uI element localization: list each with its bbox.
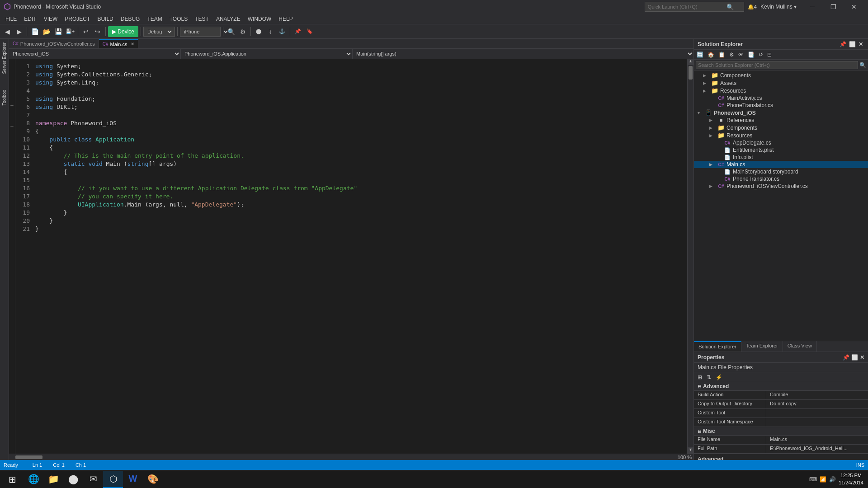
tray-keyboard-icon[interactable]: ⌨ [809, 476, 817, 483]
se-props-button[interactable]: ⚙ [727, 51, 736, 59]
toolbar-undo[interactable]: ↩ [80, 26, 91, 37]
toolbar-back[interactable]: ◀ [2, 26, 13, 37]
toolbar-open[interactable]: 📂 [41, 26, 52, 37]
scroll-down[interactable]: ▼ [688, 447, 693, 454]
menu-window[interactable]: WINDOW [244, 15, 275, 23]
taskbar-explorer[interactable]: 📁 [43, 471, 63, 488]
tab-team-explorer[interactable]: Team Explorer [741, 341, 783, 352]
toolbox-tab[interactable]: Toolbox [1, 86, 8, 109]
menu-view[interactable]: VIEW [40, 15, 61, 23]
toolbar-attach[interactable]: ⚓ [277, 26, 288, 37]
code-content[interactable]: using System; using System.Collections.G… [32, 59, 687, 454]
quick-launch-input[interactable] [645, 4, 726, 9]
minimize-button[interactable]: ─ [802, 0, 823, 14]
restore-button[interactable]: ❐ [823, 0, 844, 14]
taskbar-vs[interactable]: ⬡ [103, 471, 123, 488]
toolbar-misc2[interactable]: 🔖 [304, 26, 315, 37]
menu-test[interactable]: TEST [191, 15, 212, 23]
se-search-input[interactable] [696, 61, 858, 69]
taskbar-outlook[interactable]: ✉ [83, 471, 103, 488]
tree-item-phonetranslator-ios[interactable]: C# PhoneTranslator.cs [694, 175, 868, 183]
collapse-2[interactable]: ─ [10, 124, 13, 128]
method-dropdown[interactable]: Main(string[] args) [353, 49, 693, 59]
toolbar-saveall[interactable]: 💾+ [65, 26, 75, 37]
user-name[interactable]: Kevin Mullins ▾ [760, 4, 797, 10]
taskbar-ie[interactable]: 🌐 [24, 471, 43, 488]
play-button[interactable]: ▶ Device [108, 26, 138, 37]
tab-class-view[interactable]: Class View [783, 341, 817, 352]
props-float[interactable]: ⬜ [851, 354, 858, 361]
toolbar-forward[interactable]: ▶ [14, 26, 24, 37]
tab-solution-explorer[interactable]: Solution Explorer [694, 341, 741, 352]
se-show-all-button[interactable]: 📑 [746, 51, 756, 59]
section-advanced[interactable]: ⊟ Advanced [694, 382, 868, 391]
namespace-dropdown[interactable]: Phoneword_iOS [9, 49, 181, 59]
tree-item-resources-ios[interactable]: ▶ 📁 Resources [694, 131, 868, 139]
clock[interactable]: 12:25 PM 11/24/2014 [839, 472, 863, 486]
code-editor[interactable]: ─ ─ 123456789101112131415161718192021 us… [9, 59, 693, 454]
menu-tools[interactable]: TOOLS [166, 15, 191, 23]
tree-item-mainstoryboard[interactable]: 📄 MainStoryboard.storyboard [694, 168, 868, 175]
tree-item-mainactivity[interactable]: C# MainActivity.cs [694, 94, 868, 102]
se-refresh-button[interactable]: ↺ [757, 51, 765, 59]
server-explorer-tab[interactable]: Server Explorer [1, 39, 8, 77]
toolbar-step-over[interactable]: ⤵ [265, 26, 276, 37]
taskbar-chrome[interactable]: ⬤ [63, 471, 83, 488]
tree-item-phonetranslator-top[interactable]: C# PhoneTranslator.cs [694, 102, 868, 109]
se-view-button[interactable]: 👁 [736, 51, 745, 59]
tray-speaker-icon[interactable]: 🔊 [829, 476, 836, 483]
se-pin-button[interactable]: 📌 [838, 41, 848, 47]
platform-select[interactable]: iPhone iPhone Simulator [182, 28, 229, 35]
scroll-up[interactable]: ▲ [688, 59, 693, 65]
se-new-solution-button[interactable]: 📋 [717, 51, 727, 59]
toolbar-save[interactable]: 💾 [53, 26, 64, 37]
tree-item-resources-top[interactable]: ▶ 📁 Resources [694, 87, 868, 94]
menu-edit[interactable]: EDIT [20, 15, 40, 23]
notification-badge[interactable]: 🔔4 [748, 4, 757, 10]
collapse-1[interactable]: ─ [10, 103, 13, 108]
toolbar-breakpoint[interactable]: ⬤ [253, 26, 264, 37]
tree-item-main-cs[interactable]: ▶ C# Main.cs [694, 161, 868, 168]
tree-item-assets[interactable]: ▶ 📁 Assets [694, 79, 868, 87]
se-sync-button[interactable]: 🔄 [695, 51, 705, 59]
props-close[interactable]: ✕ [860, 354, 864, 361]
toolbar-new[interactable]: 📄 [29, 26, 40, 37]
config-dropdown[interactable]: Debug Release [143, 27, 175, 37]
class-dropdown[interactable]: Phoneword_iOS.Application [181, 49, 353, 59]
start-button[interactable]: ⊞ [1, 470, 24, 488]
config-select[interactable]: Debug Release [146, 28, 173, 35]
menu-team[interactable]: TEAM [143, 15, 165, 23]
menu-file[interactable]: FILE [2, 15, 20, 23]
toolbar-more[interactable]: ⚙ [237, 26, 248, 37]
tree-item-phoneword-ios[interactable]: ▼ 📱 Phoneword_iOS [694, 109, 868, 117]
se-float-button[interactable]: ⬜ [848, 41, 857, 47]
tab-active-main[interactable]: C# Main.cs ✕ [99, 39, 139, 49]
hscroll-thumb[interactable] [15, 455, 42, 459]
zoom-control[interactable]: 100 % [678, 455, 692, 460]
tray-network-icon[interactable]: 📶 [820, 476, 826, 483]
props-events[interactable]: ⚡ [714, 373, 724, 381]
se-home-button[interactable]: 🏠 [706, 51, 716, 59]
se-close-button[interactable]: ✕ [857, 41, 864, 47]
section-misc[interactable]: ⊟ Misc [694, 427, 868, 436]
tree-item-references[interactable]: ▶ ■ References [694, 117, 868, 124]
editor-hscroll[interactable]: 100 % [9, 454, 693, 460]
tree-item-components-ios[interactable]: ▶ 📁 Components [694, 124, 868, 131]
taskbar-paint[interactable]: 🎨 [143, 471, 163, 488]
se-collapse-all-button[interactable]: ⊟ [765, 51, 774, 59]
taskbar-word[interactable]: W [123, 471, 143, 488]
tree-item-infoplist[interactable]: 📄 Info.plist [694, 154, 868, 161]
tab-inactive-viewcontroller[interactable]: C# Phoneword_iOSViewController.cs [9, 39, 99, 49]
tree-item-appdelegate[interactable]: C# AppDelegate.cs [694, 139, 868, 146]
editor-vscroll[interactable]: ▲ ▼ [687, 59, 693, 454]
menu-project[interactable]: PROJECT [61, 15, 94, 23]
hscroll-track[interactable] [15, 455, 671, 459]
tree-item-components-top[interactable]: ▶ 📁 Components [694, 71, 868, 79]
menu-build[interactable]: BUILD [94, 15, 117, 23]
close-button[interactable]: ✕ [844, 0, 864, 14]
props-pin[interactable]: 📌 [843, 354, 849, 361]
scroll-thumb[interactable] [689, 66, 693, 80]
tab-close-button[interactable]: ✕ [131, 42, 134, 47]
menu-debug[interactable]: DEBUG [117, 15, 144, 23]
toolbar-redo[interactable]: ↪ [92, 26, 103, 37]
